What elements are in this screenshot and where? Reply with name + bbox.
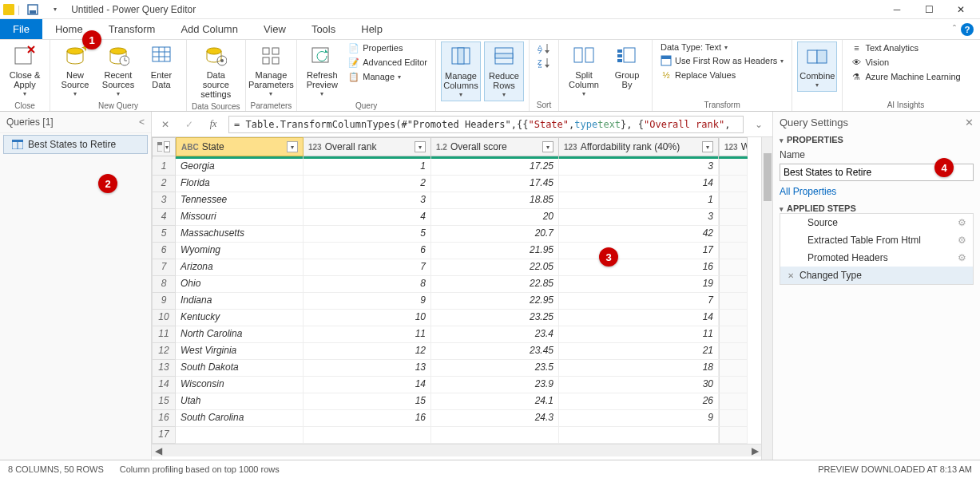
close-apply-button[interactable]: Close & Apply ▾ bbox=[5, 41, 45, 100]
vertical-scrollbar[interactable] bbox=[761, 137, 772, 460]
row-number[interactable]: 6 bbox=[152, 243, 176, 259]
applied-step[interactable]: ✕Changed Type bbox=[780, 267, 973, 284]
maximize-button[interactable]: ☐ bbox=[913, 0, 945, 19]
data-cell[interactable] bbox=[719, 410, 748, 427]
data-cell[interactable]: Wyoming bbox=[176, 243, 304, 259]
data-cell[interactable]: 23.5 bbox=[431, 360, 559, 377]
data-cell[interactable]: 18 bbox=[559, 360, 719, 377]
new-source-button[interactable]: ✦ New Source ▾ bbox=[55, 41, 95, 100]
vision-button[interactable]: 👁Vision bbox=[847, 56, 963, 69]
gear-icon[interactable]: ⚙ bbox=[958, 252, 966, 263]
sort-asc-button[interactable]: AZ bbox=[534, 41, 553, 54]
data-cell[interactable]: 1 bbox=[559, 192, 719, 209]
manage-button[interactable]: 📋Manage ▾ bbox=[345, 70, 430, 83]
data-cell[interactable]: South Dakota bbox=[176, 360, 304, 377]
data-cell[interactable]: 16 bbox=[559, 259, 719, 276]
applied-step[interactable]: Promoted Headers⚙ bbox=[780, 249, 973, 267]
row-number[interactable]: 4 bbox=[152, 209, 176, 226]
applied-step[interactable]: Source⚙ bbox=[780, 214, 973, 231]
data-cell[interactable]: 18.85 bbox=[431, 192, 559, 209]
row-number[interactable]: 10 bbox=[152, 310, 176, 326]
data-cell[interactable]: Indiana bbox=[176, 293, 304, 310]
data-cell[interactable]: 23.9 bbox=[431, 377, 559, 393]
data-cell[interactable]: 7 bbox=[559, 293, 719, 310]
data-cell[interactable] bbox=[719, 326, 748, 343]
data-cell[interactable] bbox=[719, 259, 748, 276]
data-cell[interactable] bbox=[176, 427, 304, 444]
data-cell[interactable]: 17.25 bbox=[431, 159, 559, 176]
reduce-rows-button[interactable]: Reduce Rows ▾ bbox=[484, 41, 524, 101]
data-cell[interactable]: 3 bbox=[559, 209, 719, 226]
data-cell[interactable]: 16 bbox=[304, 410, 431, 427]
data-cell[interactable]: 24.1 bbox=[431, 393, 559, 410]
data-cell[interactable] bbox=[559, 427, 719, 444]
data-cell[interactable]: 23.45 bbox=[431, 343, 559, 360]
data-cell[interactable]: 7 bbox=[304, 259, 431, 276]
row-number[interactable]: 13 bbox=[152, 360, 176, 377]
data-cell[interactable]: 3 bbox=[559, 159, 719, 176]
row-number[interactable]: 15 bbox=[152, 393, 176, 410]
data-cell[interactable] bbox=[719, 377, 748, 393]
data-cell[interactable]: Missouri bbox=[176, 209, 304, 226]
data-cell[interactable]: 8 bbox=[304, 276, 431, 293]
data-cell[interactable]: 11 bbox=[304, 326, 431, 343]
row-number[interactable]: 7 bbox=[152, 259, 176, 276]
data-cell[interactable]: Arizona bbox=[176, 259, 304, 276]
data-cell[interactable]: 5 bbox=[304, 226, 431, 243]
row-number[interactable]: 1 bbox=[152, 159, 176, 176]
data-cell[interactable]: 20 bbox=[431, 209, 559, 226]
azure-ml-button[interactable]: ⚗Azure Machine Learning bbox=[847, 70, 963, 83]
data-cell[interactable]: 23.4 bbox=[431, 326, 559, 343]
data-cell[interactable] bbox=[719, 360, 748, 377]
data-cell[interactable]: 22.05 bbox=[431, 259, 559, 276]
close-button[interactable]: ✕ bbox=[945, 0, 977, 19]
queries-collapse-icon[interactable]: < bbox=[139, 117, 145, 128]
data-cell[interactable]: West Virginia bbox=[176, 343, 304, 360]
data-cell[interactable]: 24.3 bbox=[431, 410, 559, 427]
data-cell[interactable]: Wisconsin bbox=[176, 377, 304, 393]
tools-menu[interactable]: Tools bbox=[299, 19, 348, 39]
data-cell[interactable]: 15 bbox=[304, 393, 431, 410]
replace-values-button[interactable]: ½Replace Values bbox=[657, 69, 787, 81]
data-cell[interactable]: Tennessee bbox=[176, 192, 304, 209]
data-cell[interactable]: Georgia bbox=[176, 159, 304, 176]
combine-button[interactable]: Combine ▾ bbox=[797, 41, 837, 92]
data-cell[interactable]: 21 bbox=[559, 343, 719, 360]
data-cell[interactable] bbox=[719, 276, 748, 293]
all-properties-link[interactable]: All Properties bbox=[780, 186, 974, 197]
applied-step[interactable]: Extracted Table From Html⚙ bbox=[780, 231, 973, 249]
data-cell[interactable]: 22.85 bbox=[431, 276, 559, 293]
formula-expand-icon[interactable]: ⌄ bbox=[750, 116, 768, 133]
recent-sources-button[interactable]: Recent Sources ▾ bbox=[98, 41, 138, 100]
data-cell[interactable]: 42 bbox=[559, 226, 719, 243]
data-cell[interactable]: 19 bbox=[559, 276, 719, 293]
data-cell[interactable]: 4 bbox=[304, 209, 431, 226]
row-number[interactable]: 14 bbox=[152, 377, 176, 393]
gear-icon[interactable]: ⚙ bbox=[958, 235, 966, 246]
data-cell[interactable]: 14 bbox=[559, 176, 719, 192]
column-header[interactable]: ABCState▾ bbox=[176, 137, 304, 156]
row-number[interactable]: 11 bbox=[152, 326, 176, 343]
row-number[interactable]: 17 bbox=[152, 427, 176, 444]
data-cell[interactable] bbox=[719, 192, 748, 209]
data-cell[interactable]: 23.25 bbox=[431, 310, 559, 326]
sort-desc-button[interactable]: ZA bbox=[534, 56, 553, 69]
row-number[interactable]: 2 bbox=[152, 176, 176, 192]
group-by-button[interactable]: Group By bbox=[607, 41, 647, 91]
data-cell[interactable]: Ohio bbox=[176, 276, 304, 293]
data-cell[interactable]: 14 bbox=[304, 377, 431, 393]
advanced-editor-button[interactable]: 📝Advanced Editor bbox=[345, 56, 430, 69]
data-cell[interactable] bbox=[719, 310, 748, 326]
data-cell[interactable]: 1 bbox=[304, 159, 431, 176]
data-cell[interactable] bbox=[719, 226, 748, 243]
properties-header[interactable]: PROPERTIES bbox=[780, 135, 974, 144]
file-menu[interactable]: File bbox=[0, 19, 42, 39]
data-cell[interactable]: Utah bbox=[176, 393, 304, 410]
refresh-preview-button[interactable]: Refresh Preview ▾ bbox=[302, 41, 342, 100]
data-type-button[interactable]: Data Type: Text ▾ bbox=[657, 41, 787, 53]
data-cell[interactable]: Kentucky bbox=[176, 310, 304, 326]
manage-columns-button[interactable]: Manage Columns ▾ bbox=[441, 41, 481, 101]
first-row-headers-button[interactable]: Use First Row as Headers ▾ bbox=[657, 54, 787, 67]
enter-data-button[interactable]: Enter Data bbox=[141, 41, 181, 91]
help-menu[interactable]: Help bbox=[348, 19, 395, 39]
